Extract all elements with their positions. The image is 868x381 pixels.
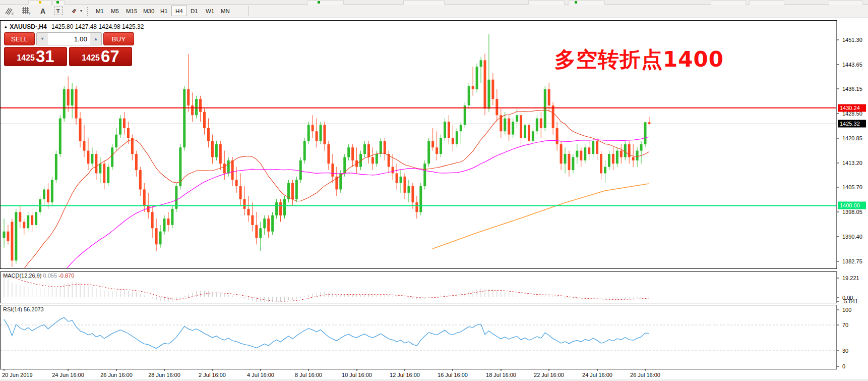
time-axis-label: 26 Jul 16:00 (630, 372, 660, 378)
macd-main-value: 0.055 (43, 273, 57, 279)
time-axis-label: 20 Jun 2019 (2, 372, 33, 378)
volume-stepper: ▼ ▲ (36, 32, 102, 45)
macd-axis-label: -5.841 (842, 298, 858, 304)
price-axis-label: 1443.65 (842, 62, 862, 68)
buy-price-big: 67 (101, 48, 119, 65)
price-axis-label: 1390.40 (842, 234, 862, 240)
macd-pane-label: MACD(12,26,9) 0.055 -0.870 (3, 273, 74, 279)
time-axis-label: 10 Jul 16:00 (342, 372, 372, 378)
sell-price-small: 1425 (17, 53, 35, 63)
chart-text-annotation[interactable]: 多空转折点1400 (554, 45, 724, 74)
rsi-axis-label: 0 (842, 363, 845, 369)
sell-price-tile[interactable]: 1425 31 (4, 47, 67, 66)
buy-price-tile[interactable]: 1425 67 (69, 47, 132, 66)
window-bottom-edge (0, 379, 868, 381)
time-axis-label: 8 Jul 16:00 (295, 372, 322, 378)
volume-increase-button[interactable]: ▲ (90, 33, 101, 45)
terminal-window: E F A T ▾ M1M5M15M30H1H4D1W1MN (0, 0, 868, 381)
price-badge-1430.24: 1430.24 (838, 104, 866, 112)
sell-button[interactable]: SELL (4, 32, 35, 45)
rsi-axis-label: 70 (842, 322, 848, 328)
one-click-trade-panel: SELL ▼ ▲ BUY 1425 31 1425 67 (4, 32, 134, 66)
rsi-value: 56.2073 (24, 306, 44, 312)
time-axis-label: 22 Jul 16:00 (534, 372, 564, 378)
time-axis-label: 28 Jun 16:00 (148, 372, 180, 378)
buy-price-small: 1425 (82, 53, 100, 63)
price-axis-label: 1413.20 (842, 160, 862, 166)
price-badge-1425.32: 1425.32 (838, 120, 866, 128)
volume-decrease-button[interactable]: ▼ (37, 33, 48, 45)
rsi-pane-label: RSI(14) 56.2073 (3, 306, 44, 312)
time-axis-label: 4 Jul 16:00 (247, 372, 274, 378)
macd-signal-value: -0.870 (58, 273, 74, 279)
time-axis-label: 18 Jul 16:00 (486, 372, 516, 378)
time-axis-label: 2 Jul 16:00 (199, 372, 226, 378)
time-axis-label: 24 Jun 16:00 (52, 372, 84, 378)
time-axis-label: 12 Jul 16:00 (390, 372, 420, 378)
price-axis-label: 1436.15 (842, 86, 862, 92)
time-axis-label: 24 Jul 16:00 (582, 372, 612, 378)
sell-price-big: 31 (36, 48, 54, 65)
macd-axis-label: 19.221 (842, 275, 859, 281)
price-axis-label: 1382.75 (842, 258, 862, 264)
price-axis-label: 1398.05 (842, 209, 862, 215)
price-axis-label: 1405.70 (842, 184, 862, 190)
rsi-axis-label: 30 (842, 348, 848, 354)
symbol-header: ▲ XAUUSD-,H4 1425.80 1427.48 1424.98 142… (4, 23, 144, 30)
volume-input[interactable] (48, 33, 90, 45)
buy-button[interactable]: BUY (103, 32, 134, 45)
price-axis-label: 1451.30 (842, 37, 862, 43)
rsi-axis-label: 100 (842, 307, 851, 313)
price-axis-label: 1420.85 (842, 135, 862, 141)
price-badge-1400.00: 1400.00 (838, 202, 866, 209)
collapse-icon[interactable]: ▲ (4, 24, 8, 29)
ohlc-readout: 1425.80 1427.48 1424.98 1425.32 (51, 23, 144, 30)
time-axis-label: 26 Jun 16:00 (100, 372, 133, 378)
time-axis-label: 16 Jul 16:00 (438, 372, 468, 378)
symbol-name: XAUUSD-,H4 (10, 23, 46, 30)
